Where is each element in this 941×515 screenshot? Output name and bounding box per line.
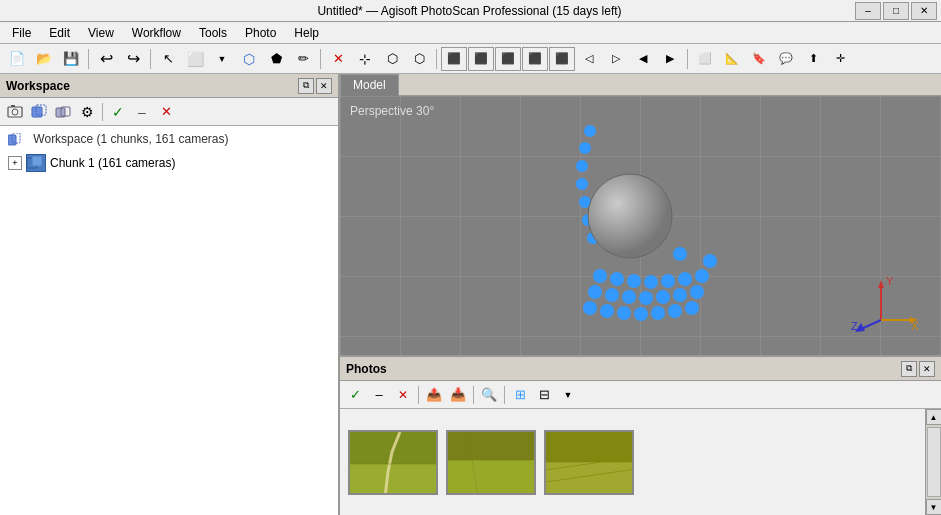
workspace-close-button[interactable]: ✕ — [316, 78, 332, 94]
menu-view[interactable]: View — [80, 24, 122, 42]
photos-sep-1 — [418, 386, 419, 404]
svg-rect-23 — [448, 460, 536, 495]
flag-button[interactable]: 🔖 — [746, 47, 772, 71]
crop-button[interactable]: ⊹ — [352, 47, 378, 71]
cross-button[interactable]: ✛ — [827, 47, 853, 71]
draw-button[interactable]: ✏ — [290, 47, 316, 71]
menu-help[interactable]: Help — [286, 24, 327, 42]
up-button[interactable]: ⬆ — [800, 47, 826, 71]
photos-sep-2 — [473, 386, 474, 404]
add-photos-button[interactable] — [4, 101, 26, 123]
deactivate-button[interactable]: – — [131, 101, 153, 123]
photos-area: ▲ ▼ — [340, 409, 941, 515]
main-toolbar: 📄 📂 💾 ↩ ↪ ↖ ⬜ ▼ ⬡ ⬟ ✏ ✕ ⊹ ⬡ ⬡ ⬛ ⬛ ⬛ ⬛ ⬛ … — [0, 44, 941, 74]
rect-select-button[interactable]: ⬜ — [182, 47, 208, 71]
scroll-down-arrow[interactable]: ▼ — [926, 499, 942, 515]
ground-dot — [610, 272, 624, 286]
axes-indicator: Y Z X — [851, 275, 921, 335]
menu-file[interactable]: File — [4, 24, 39, 42]
y-axis-label: Y — [886, 275, 894, 287]
chunk-label: Chunk 1 (161 cameras) — [50, 156, 175, 170]
polygon-button[interactable]: ⬟ — [263, 47, 289, 71]
ground-dot — [588, 285, 602, 299]
activate-button[interactable]: ✓ — [107, 101, 129, 123]
photo-thumbnail-3[interactable] — [544, 430, 634, 495]
photos-import-button[interactable]: 📤 — [423, 384, 445, 406]
photos-remove-button[interactable]: ✕ — [392, 384, 414, 406]
photo-thumbnail-1[interactable] — [348, 430, 438, 495]
photos-options-button[interactable]: ▼ — [557, 384, 579, 406]
chunk-row[interactable]: + Chunk 1 (161 cameras) — [2, 151, 336, 175]
photos-search-button[interactable]: 🔍 — [478, 384, 500, 406]
chunk-expand-button[interactable]: + — [8, 156, 22, 170]
comment-button[interactable]: 💬 — [773, 47, 799, 71]
svg-point-1 — [12, 109, 18, 115]
photos-list-button[interactable]: ⊟ — [533, 384, 555, 406]
ground-dot — [639, 291, 653, 305]
frame2-button[interactable]: ⬛ — [468, 47, 494, 71]
scroll-track[interactable] — [927, 427, 941, 497]
ground-dot — [627, 274, 641, 288]
photos-scrollbar[interactable]: ▲ ▼ — [925, 409, 941, 515]
select-button[interactable]: ↖ — [155, 47, 181, 71]
next-view-button[interactable]: ▷ — [603, 47, 629, 71]
mesh-button[interactable]: ⬡ — [379, 47, 405, 71]
scroll-up-arrow[interactable]: ▲ — [926, 409, 942, 425]
model-tab[interactable]: Model — [340, 74, 399, 96]
workspace-icon — [8, 133, 26, 147]
undo-button[interactable]: ↩ — [93, 47, 119, 71]
photos-grid-button[interactable]: ⊞ — [509, 384, 531, 406]
flip-v-button[interactable]: ▶ — [657, 47, 683, 71]
redo-button[interactable]: ↪ — [120, 47, 146, 71]
remove-button[interactable]: ✕ — [155, 101, 177, 123]
rotate-button[interactable]: ⬡ — [236, 47, 262, 71]
menu-workflow[interactable]: Workflow — [124, 24, 189, 42]
frame4-button[interactable]: ⬛ — [522, 47, 548, 71]
photo-thumbnail-2[interactable] — [446, 430, 536, 495]
flip-h-button[interactable]: ◀ — [630, 47, 656, 71]
select-dropdown[interactable]: ▼ — [209, 47, 235, 71]
open-button[interactable]: 📂 — [31, 47, 57, 71]
photos-check-button[interactable]: ✓ — [344, 384, 366, 406]
menu-photo[interactable]: Photo — [237, 24, 284, 42]
ground-dot — [605, 288, 619, 302]
workspace-panel-controls: ⧉ ✕ — [298, 78, 332, 94]
photos-close-button[interactable]: ✕ — [919, 361, 935, 377]
add-chunk-button[interactable] — [28, 101, 50, 123]
camera-dot — [576, 160, 588, 172]
minimize-button[interactable]: – — [855, 2, 881, 20]
model-panel: Model Perspective 30° — [340, 74, 941, 357]
z-axis-label: Z — [851, 320, 858, 332]
chunk-type-icon — [27, 156, 45, 170]
photos-float-button[interactable]: ⧉ — [901, 361, 917, 377]
model-viewport[interactable]: Perspective 30° — [340, 96, 941, 355]
ground-dot — [703, 254, 717, 268]
close-window-button[interactable]: ✕ — [911, 2, 937, 20]
maximize-button[interactable]: □ — [883, 2, 909, 20]
chunk-copy-button[interactable] — [52, 101, 74, 123]
window-controls: – □ ✕ — [855, 2, 937, 20]
photos-minus-button[interactable]: – — [368, 384, 390, 406]
ruler-button[interactable]: 📐 — [719, 47, 745, 71]
menu-bar: File Edit View Workflow Tools Photo Help — [0, 22, 941, 44]
frame5-button[interactable]: ⬛ — [549, 47, 575, 71]
photos-export-button[interactable]: 📥 — [447, 384, 469, 406]
chunk-settings-button[interactable]: ⚙ — [76, 101, 98, 123]
frame3-button[interactable]: ⬛ — [495, 47, 521, 71]
new-button[interactable]: 📄 — [4, 47, 30, 71]
x-axis-label: X — [911, 320, 919, 332]
menu-edit[interactable]: Edit — [41, 24, 78, 42]
prev-view-button[interactable]: ◁ — [576, 47, 602, 71]
workspace-content: Workspace (1 chunks, 161 cameras) + Chun… — [0, 126, 338, 515]
frame1-button[interactable]: ⬛ — [441, 47, 467, 71]
dense-button[interactable]: ⬡ — [406, 47, 432, 71]
box-button[interactable]: ⬜ — [692, 47, 718, 71]
delete-button[interactable]: ✕ — [325, 47, 351, 71]
workspace-panel: Workspace ⧉ ✕ — [0, 74, 340, 515]
save-button[interactable]: 💾 — [58, 47, 84, 71]
workspace-title: Workspace — [6, 79, 70, 93]
workspace-float-button[interactable]: ⧉ — [298, 78, 314, 94]
chunk-copy-icon — [55, 104, 71, 120]
menu-tools[interactable]: Tools — [191, 24, 235, 42]
toolbar-sep-3 — [320, 49, 321, 69]
